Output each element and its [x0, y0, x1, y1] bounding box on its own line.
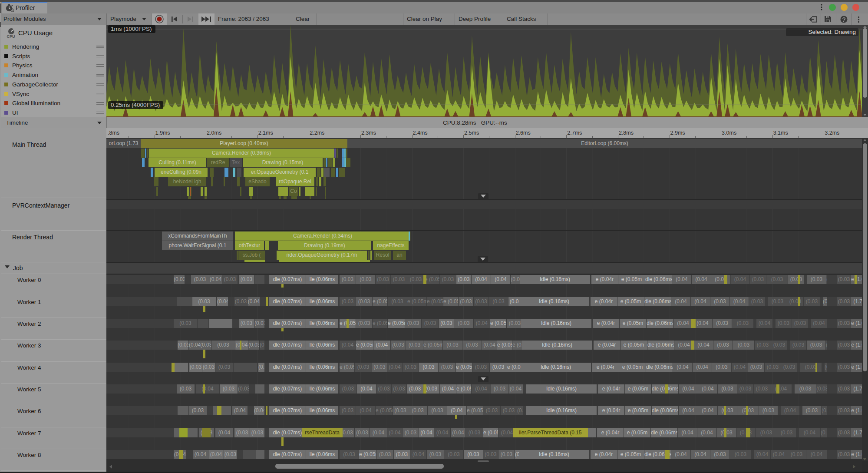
svg-text:CPU: CPU: [7, 34, 15, 38]
